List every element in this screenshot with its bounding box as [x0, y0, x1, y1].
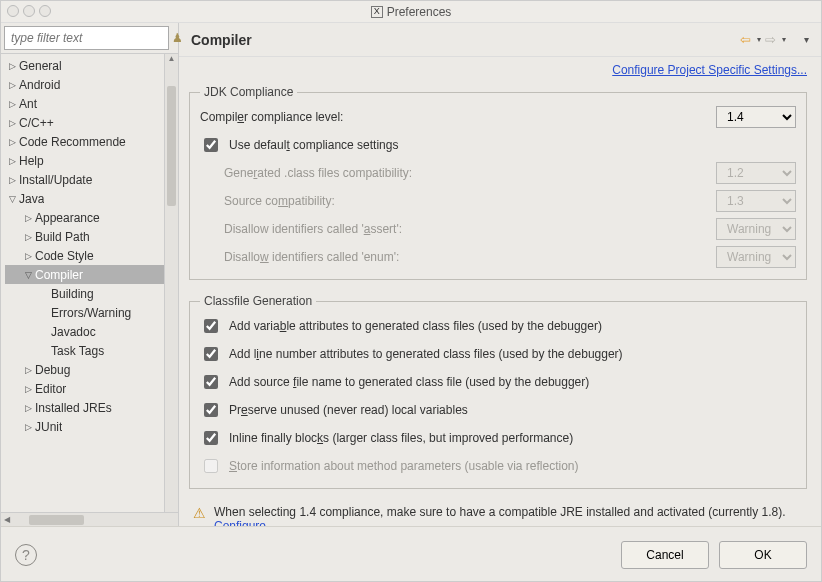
ok-button[interactable]: OK: [719, 541, 807, 569]
assert-label: Disallow identifiers called 'assert':: [224, 222, 710, 236]
classfile-group: Classfile Generation Add variable attrib…: [189, 294, 807, 489]
expand-icon[interactable]: ▷: [5, 175, 19, 185]
tree-label: Task Tags: [51, 344, 104, 358]
expand-icon[interactable]: ▷: [21, 251, 35, 261]
use-default-checkbox[interactable]: [204, 138, 218, 152]
assert-combo: Warning: [716, 218, 796, 240]
tree-item-install-update[interactable]: ▷Install/Update: [5, 170, 164, 189]
expand-icon[interactable]: ▷: [5, 156, 19, 166]
back-icon[interactable]: ⇦: [740, 32, 751, 47]
configure-project-link[interactable]: Configure Project Specific Settings...: [612, 63, 807, 77]
compliance-level-label: Compiler compliance level:: [200, 110, 710, 124]
preferences-tree[interactable]: ▷General▷Android▷Ant▷C/C++▷Code Recommen…: [1, 54, 164, 512]
back-menu-icon[interactable]: ▾: [757, 35, 761, 44]
generated-combo: 1.2: [716, 162, 796, 184]
tree-item-ant[interactable]: ▷Ant: [5, 94, 164, 113]
use-default-label: Use default compliance settings: [229, 138, 398, 152]
tree-item-junit[interactable]: ▷JUnit: [5, 417, 164, 436]
tree-scrollbar-v[interactable]: ▲: [164, 54, 178, 512]
tree-item-appearance[interactable]: ▷Appearance: [5, 208, 164, 227]
enum-combo: Warning: [716, 246, 796, 268]
tree-item-javadoc[interactable]: Javadoc: [5, 322, 164, 341]
forward-icon: ⇨: [765, 32, 776, 47]
tree-item-code-style[interactable]: ▷Code Style: [5, 246, 164, 265]
expand-icon[interactable]: ▷: [21, 403, 35, 413]
tree-item-build-path[interactable]: ▷Build Path: [5, 227, 164, 246]
warning-text: When selecting 1.4 compliance, make sure…: [214, 505, 786, 519]
source-label: Source compatibility:: [224, 194, 710, 208]
classfile-legend: Classfile Generation: [200, 294, 316, 308]
cf-preserve-unused-checkbox[interactable]: [204, 403, 218, 417]
tree-item-installed-jres[interactable]: ▷Installed JREs: [5, 398, 164, 417]
cf-inline-finally-checkbox[interactable]: [204, 431, 218, 445]
cf-line-numbers-checkbox[interactable]: [204, 347, 218, 361]
tree-label: Ant: [19, 97, 37, 111]
cf-source-file-checkbox[interactable]: [204, 375, 218, 389]
enum-label: Disallow identifiers called 'enum':: [224, 250, 710, 264]
tree-item-editor[interactable]: ▷Editor: [5, 379, 164, 398]
page-title: Compiler: [191, 32, 740, 48]
expand-icon[interactable]: ▷: [21, 213, 35, 223]
expand-icon[interactable]: ▷: [5, 99, 19, 109]
expand-icon[interactable]: ▽: [21, 270, 35, 280]
tree-label: General: [19, 59, 62, 73]
tree-label: Appearance: [35, 211, 100, 225]
cancel-button[interactable]: Cancel: [621, 541, 709, 569]
configure-jre-link[interactable]: Configure...: [214, 519, 276, 526]
generated-label: Generated .class files compatibility:: [224, 166, 710, 180]
tree-label: Javadoc: [51, 325, 96, 339]
expand-icon[interactable]: ▽: [5, 194, 19, 204]
tree-item-c-c-[interactable]: ▷C/C++: [5, 113, 164, 132]
tree-item-debug[interactable]: ▷Debug: [5, 360, 164, 379]
app-icon: X: [371, 6, 383, 18]
minimize-window-button[interactable]: [23, 5, 35, 17]
cf-method-params-checkbox: [204, 459, 218, 473]
tree-label: Help: [19, 154, 44, 168]
sidebar: ♟ ▷General▷Android▷Ant▷C/C++▷Code Recomm…: [1, 23, 179, 526]
expand-icon[interactable]: ▷: [5, 61, 19, 71]
dialog-footer: ? Cancel OK: [1, 526, 821, 582]
warning-message: ⚠ When selecting 1.4 compliance, make su…: [189, 499, 807, 526]
help-icon[interactable]: ?: [15, 544, 37, 566]
tree-item-compiler[interactable]: ▽Compiler: [5, 265, 164, 284]
window-title: Preferences: [387, 5, 452, 19]
tree-item-java[interactable]: ▽Java: [5, 189, 164, 208]
expand-icon[interactable]: ▷: [21, 384, 35, 394]
expand-icon[interactable]: ▷: [5, 118, 19, 128]
tree-label: Editor: [35, 382, 66, 396]
tree-item-code-recommende[interactable]: ▷Code Recommende: [5, 132, 164, 151]
expand-icon[interactable]: ▷: [5, 137, 19, 147]
tree-label: Build Path: [35, 230, 90, 244]
forward-menu-icon[interactable]: ▾: [782, 35, 786, 44]
tree-item-building[interactable]: Building: [5, 284, 164, 303]
tree-label: JUnit: [35, 420, 62, 434]
expand-icon[interactable]: ▷: [21, 365, 35, 375]
tree-label: Code Recommende: [19, 135, 126, 149]
jdk-legend: JDK Compliance: [200, 85, 297, 99]
tree-label: C/C++: [19, 116, 54, 130]
warning-icon: ⚠: [193, 505, 206, 521]
expand-icon[interactable]: ▷: [21, 232, 35, 242]
tree-label: Install/Update: [19, 173, 92, 187]
tree-scrollbar-h[interactable]: ◀: [1, 512, 178, 526]
jdk-compliance-group: JDK Compliance Compiler compliance level…: [189, 85, 807, 280]
tree-item-general[interactable]: ▷General: [5, 56, 164, 75]
maximize-window-button[interactable]: [39, 5, 51, 17]
tree-label: Compiler: [35, 268, 83, 282]
window-controls: [7, 5, 51, 17]
source-combo: 1.3: [716, 190, 796, 212]
expand-icon[interactable]: ▷: [21, 422, 35, 432]
titlebar: X Preferences: [1, 1, 821, 23]
tree-item-android[interactable]: ▷Android: [5, 75, 164, 94]
tree-item-help[interactable]: ▷Help: [5, 151, 164, 170]
tree-label: Errors/Warning: [51, 306, 131, 320]
tree-item-task-tags[interactable]: Task Tags: [5, 341, 164, 360]
filter-input[interactable]: [4, 26, 169, 50]
cf-variable-attrs-checkbox[interactable]: [204, 319, 218, 333]
tree-item-errors-warning[interactable]: Errors/Warning: [5, 303, 164, 322]
tree-label: Building: [51, 287, 94, 301]
view-menu-icon[interactable]: ▾: [804, 34, 809, 45]
compliance-level-combo[interactable]: 1.4: [716, 106, 796, 128]
expand-icon[interactable]: ▷: [5, 80, 19, 90]
close-window-button[interactable]: [7, 5, 19, 17]
